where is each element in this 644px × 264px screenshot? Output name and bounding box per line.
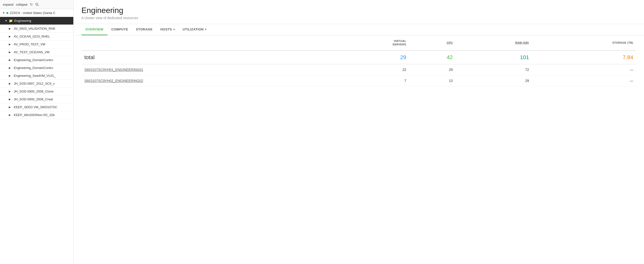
total-ram: 101 xyxy=(456,50,532,64)
tab-overview[interactable]: OVERVIEW xyxy=(82,24,108,35)
sidebar-item-engineering[interactable]: ▼ 📁 Engineering xyxy=(0,17,73,25)
vm-arrow-icon: ▶ xyxy=(9,106,11,108)
cluster-status-dot xyxy=(6,12,8,14)
vm-arrow-icon: ▶ xyxy=(9,59,11,61)
host2-cpu: 13 xyxy=(409,75,456,86)
total-label: total xyxy=(82,50,333,64)
host1-link[interactable]: S603107SC9VH01_ENGINEERING01 xyxy=(84,68,143,72)
table-header-row: VIRTUAL SERVERS CPU RAM (GB) STORAGE (TB… xyxy=(82,35,636,50)
table-total-row: total 29 42 101 7.84 xyxy=(82,50,636,64)
sidebar-item-jh-sod-5900-clone[interactable]: ▶ JH_SOD-5900_2008_Clone xyxy=(0,88,73,96)
tabs-bar: OVERVIEW COMPUTE STORAGE HOSTS ▾ UTILIZA… xyxy=(74,24,644,35)
vm-arrow-icon: ▶ xyxy=(9,90,11,93)
total-virtual-servers: 29 xyxy=(333,50,409,64)
vm-arrow-icon: ▶ xyxy=(9,98,11,100)
cluster-arrow-icon: ▼ xyxy=(2,12,5,14)
sidebar-item-av-ocean[interactable]: ▶ AV_OCEAN_0223_RHEL xyxy=(0,33,73,40)
col-header-cpu: CPU xyxy=(409,35,456,50)
table-area: VIRTUAL SERVERS CPU RAM (GB) STORAGE (TB… xyxy=(74,35,644,264)
col-header-ram: RAM (GB) xyxy=(456,35,532,50)
table-row: S603107SC9VH02_ENGINEERING02 7 13 29 — xyxy=(82,75,636,86)
vm-label: AV_0503_VALIDATION_RHE xyxy=(14,27,56,30)
sidebar-item-keep-seed[interactable]: ▶ KEEP_SEED VM_S603107SC xyxy=(0,103,73,111)
host1-virtual-servers: 22 xyxy=(333,64,409,75)
host2-ram: 29 xyxy=(456,75,532,86)
refresh-icon[interactable]: ↻ xyxy=(30,2,33,6)
sidebar-item-eng-domain2[interactable]: ▶ Engineering_DomainContro xyxy=(0,64,73,72)
tab-compute[interactable]: COMPUTE xyxy=(108,24,132,35)
total-cpu: 42 xyxy=(409,50,456,64)
sidebar-item-eng-domain1[interactable]: ▶ Engineering_DomainContro xyxy=(0,56,73,64)
sidebar-item-jh-sod-5897[interactable]: ▶ JH_SOD-5897_2012_SC9_v xyxy=(0,80,73,88)
vm-label: JH_SOD-5900_2008_Clone xyxy=(14,90,54,93)
table-row: S603107SC9VH01_ENGINEERING01 22 29 72 — xyxy=(82,64,636,75)
vm-label: Engineering_DomainContro xyxy=(14,66,53,70)
vm-label: Engineering_SeedVM_VL01_ xyxy=(14,74,56,78)
overview-table: VIRTUAL SERVERS CPU RAM (GB) STORAGE (TB… xyxy=(82,35,636,86)
utilization-dropdown-arrow: ▾ xyxy=(205,28,206,31)
host2-name: S603107SC9VH02_ENGINEERING02 xyxy=(82,75,333,86)
col-header-name xyxy=(82,35,333,50)
vm-label: JH_SOD-5900_2008_Creat xyxy=(14,98,53,101)
col-header-virtual-servers: VIRTUAL SERVERS xyxy=(333,35,409,50)
host1-name: S603107SC9VH01_ENGINEERING01 xyxy=(82,64,333,75)
vm-arrow-icon: ▶ xyxy=(9,82,11,85)
folder-icon: 📁 xyxy=(9,19,13,22)
hosts-dropdown-arrow: ▾ xyxy=(174,28,175,31)
folder-arrow-icon: ▼ xyxy=(5,20,7,22)
svg-point-0 xyxy=(36,3,38,6)
main-header: Engineering A cluster view of dedicated … xyxy=(74,0,644,24)
host2-storage: — xyxy=(532,75,636,86)
folder-label: Engineering xyxy=(14,19,31,22)
vm-label: AV_PROD_TEST_VM xyxy=(14,42,45,46)
sidebar-item-av-prod[interactable]: ▶ AV_PROD_TEST_VM xyxy=(0,40,73,48)
search-icon[interactable] xyxy=(35,3,39,6)
vm-arrow-icon: ▶ xyxy=(9,74,11,77)
main-content: Engineering A cluster view of dedicated … xyxy=(74,0,644,264)
vm-label: AV_TEST_OCEANS_VM xyxy=(14,50,50,54)
host1-cpu: 29 xyxy=(409,64,456,75)
sidebar-item-keep-win2003[interactable]: ▶ KEEP_Win2003Non-R2_32b xyxy=(0,111,73,119)
page-title: Engineering xyxy=(82,6,636,15)
tab-hosts[interactable]: HOSTS ▾ xyxy=(156,24,179,35)
svg-line-1 xyxy=(38,5,39,6)
vm-label: AV_OCEAN_0223_RHEL xyxy=(14,34,50,38)
vm-label: KEEP_SEED VM_S603107SC xyxy=(14,105,58,109)
tab-utilization[interactable]: UTILIZATION ▾ xyxy=(179,24,210,35)
sidebar: expand collapse ↻ ▼ ZZSC9 - United State… xyxy=(0,0,74,264)
vm-arrow-icon: ▶ xyxy=(9,27,11,30)
expand-button[interactable]: expand xyxy=(3,3,14,6)
vm-arrow-icon: ▶ xyxy=(9,51,11,54)
host2-link[interactable]: S603107SC9VH02_ENGINEERING02 xyxy=(84,79,143,83)
tab-storage[interactable]: STORAGE xyxy=(132,24,156,35)
col-header-storage: STORAGE (TB) xyxy=(532,35,636,50)
total-storage: 7.84 xyxy=(532,50,636,64)
vm-label: JH_SOD-5897_2012_SC9_v xyxy=(14,82,55,86)
sidebar-toolbar: expand collapse ↻ xyxy=(0,0,73,9)
vm-arrow-icon: ▶ xyxy=(9,43,11,46)
vm-arrow-icon: ▶ xyxy=(9,114,11,116)
host1-ram: 72 xyxy=(456,64,532,75)
sidebar-cluster-item[interactable]: ▼ ZZSC9 - United States (Santa C xyxy=(0,9,73,17)
vm-arrow-icon: ▶ xyxy=(9,35,11,38)
vm-label: Engineering_DomainContro xyxy=(14,58,53,62)
host1-storage: — xyxy=(532,64,636,75)
host2-virtual-servers: 7 xyxy=(333,75,409,86)
sidebar-list: ▼ ZZSC9 - United States (Santa C ▼ 📁 Eng… xyxy=(0,9,73,264)
cluster-label: ZZSC9 - United States (Santa C xyxy=(10,11,56,15)
sidebar-item-eng-seed[interactable]: ▶ Engineering_SeedVM_VL01_ xyxy=(0,72,73,80)
sidebar-item-jh-sod-5900-create[interactable]: ▶ JH_SOD-5900_2008_Creat xyxy=(0,96,73,103)
sidebar-item-av0503[interactable]: ▶ AV_0503_VALIDATION_RHE xyxy=(0,25,73,33)
vm-label: KEEP_Win2003Non-R2_32b xyxy=(14,113,55,117)
sidebar-item-av-test[interactable]: ▶ AV_TEST_OCEANS_VM xyxy=(0,48,73,56)
vm-arrow-icon: ▶ xyxy=(9,66,11,69)
collapse-button[interactable]: collapse xyxy=(16,3,28,6)
page-subtitle: A cluster view of dedicated resources xyxy=(82,16,636,20)
